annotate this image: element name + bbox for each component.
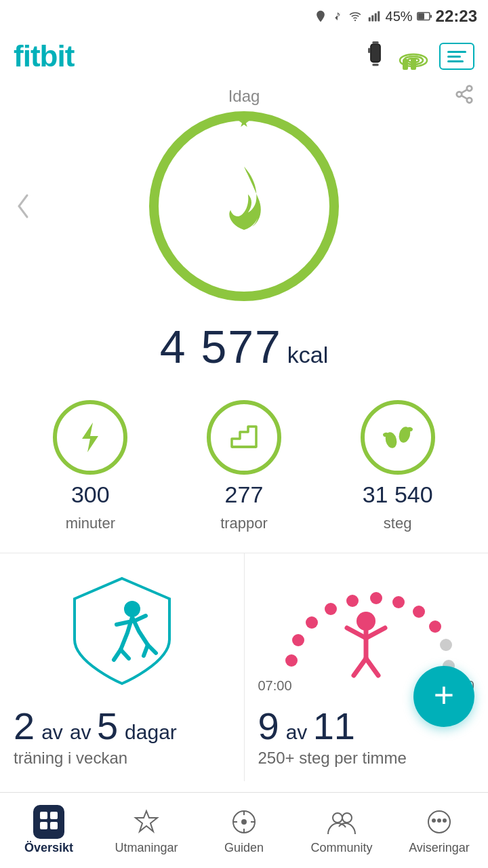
- cards-section: 2 av av 5 dagar träning i veckan: [0, 553, 488, 781]
- star-badge: ★: [238, 114, 250, 130]
- activity-av: av: [286, 721, 313, 743]
- svg-rect-47: [40, 812, 47, 819]
- fitbit-logo: fitbit: [14, 39, 74, 73]
- calorie-circle[interactable]: ★: [149, 111, 339, 301]
- training-suffix: dagar: [125, 721, 177, 743]
- today-row: Idag: [0, 87, 488, 111]
- stat-value-steps: 31 540: [363, 481, 433, 508]
- svg-point-53: [242, 820, 246, 824]
- training-card[interactable]: 2 av av 5 dagar träning i veckan: [0, 553, 245, 781]
- svg-point-19: [467, 86, 472, 92]
- status-bar: 45% 22:23: [0, 0, 488, 33]
- activity-dots-arc: [271, 567, 461, 679]
- svg-point-21: [467, 98, 472, 103]
- location-icon: [314, 9, 327, 23]
- svg-point-29: [124, 601, 140, 617]
- svg-rect-50: [50, 822, 58, 829]
- svg-point-39: [440, 639, 452, 651]
- today-label: Idag: [228, 87, 260, 106]
- wireless-icon[interactable]: [399, 41, 428, 71]
- svg-rect-49: [40, 822, 47, 829]
- training-text: 2 av av 5 dagar träning i veckan: [14, 703, 177, 768]
- guide-icon: [228, 806, 260, 837]
- lightning-icon: [73, 420, 108, 455]
- svg-rect-12: [372, 64, 378, 66]
- stat-active-minutes[interactable]: 300 minuter: [53, 400, 127, 532]
- training-separator: av: [41, 721, 63, 743]
- training-separator-text: av: [70, 721, 97, 743]
- activity-main: 9 av 11: [258, 703, 407, 749]
- svg-marker-24: [82, 422, 98, 452]
- menu-card-icon[interactable]: [439, 43, 474, 70]
- training-sub: träning i veckan: [14, 749, 177, 768]
- bottom-nav: Översikt Utmaningar Guiden: [0, 792, 488, 868]
- header: fitbit: [0, 33, 488, 80]
- stat-value-minutes: 300: [71, 481, 110, 508]
- svg-point-59: [342, 813, 352, 823]
- training-main: 2 av av 5 dagar: [14, 703, 177, 749]
- svg-point-35: [370, 592, 382, 604]
- device-icon[interactable]: [363, 41, 388, 71]
- training-shield: [68, 572, 176, 687]
- nav-item-community[interactable]: Community: [293, 806, 390, 855]
- svg-rect-7: [418, 13, 424, 19]
- fab-button[interactable]: +: [413, 666, 474, 727]
- stat-label-minutes: minuter: [66, 515, 115, 532]
- community-icon: [326, 806, 357, 837]
- svg-rect-18: [411, 58, 416, 70]
- svg-point-20: [457, 92, 462, 97]
- nav-item-challenges[interactable]: Utmaningar: [98, 806, 195, 855]
- svg-rect-10: [371, 45, 380, 62]
- svg-rect-48: [50, 812, 58, 819]
- svg-point-61: [432, 819, 435, 822]
- stairs-icon: [226, 420, 262, 455]
- nav-item-notifications[interactable]: Aviseringar: [390, 806, 488, 855]
- share-button[interactable]: [454, 84, 474, 107]
- footsteps-icon: [378, 420, 418, 455]
- calorie-unit: kcal: [287, 342, 328, 368]
- activity-current: 9: [258, 705, 279, 747]
- svg-point-38: [429, 620, 441, 633]
- calorie-section: ★ 4 577 kcal: [0, 111, 488, 387]
- svg-point-63: [443, 819, 446, 822]
- svg-point-34: [346, 595, 359, 607]
- svg-rect-4: [374, 14, 376, 22]
- training-current: 2: [14, 705, 35, 747]
- activity-total: 11: [313, 705, 355, 747]
- svg-point-30: [285, 654, 298, 667]
- overview-icon: [33, 806, 64, 837]
- status-icons: 45% 22:23: [314, 7, 477, 26]
- svg-line-45: [354, 658, 366, 675]
- svg-point-62: [438, 819, 441, 822]
- time-start: 07:00: [258, 678, 292, 694]
- cards-wrapper: 2 av av 5 dagar träning i veckan: [0, 553, 488, 781]
- calorie-value: 4 577: [160, 320, 282, 373]
- nav-item-overview[interactable]: Översikt: [0, 806, 98, 855]
- stat-floors[interactable]: 277 trappor: [207, 400, 281, 532]
- battery-icon: [417, 11, 432, 22]
- stat-circle-steps: [361, 400, 435, 475]
- svg-rect-8: [430, 15, 431, 18]
- activity-text: 9 av 11 250+ steg per timme: [258, 703, 407, 768]
- svg-point-31: [292, 634, 304, 646]
- svg-rect-5: [378, 12, 380, 22]
- svg-point-32: [306, 616, 318, 629]
- nav-label-overview: Översikt: [24, 841, 73, 855]
- svg-point-41: [357, 612, 375, 631]
- nav-item-guide[interactable]: Guiden: [195, 806, 293, 855]
- wifi-icon: [348, 10, 363, 22]
- svg-point-58: [333, 813, 342, 823]
- nav-label-notifications: Aviseringar: [409, 841, 470, 855]
- prev-button[interactable]: [14, 193, 33, 226]
- svg-line-22: [462, 96, 468, 99]
- training-badge: [14, 572, 230, 687]
- bluetooth-icon: [331, 9, 344, 23]
- stat-circle-floors: [207, 400, 281, 475]
- svg-point-37: [413, 606, 425, 618]
- stat-steps[interactable]: 31 540 steg: [361, 400, 435, 532]
- stat-label-steps: steg: [384, 515, 412, 532]
- svg-rect-13: [372, 41, 378, 43]
- signal-icon: [367, 10, 382, 22]
- svg-rect-3: [371, 16, 373, 22]
- nav-label-community: Community: [310, 841, 372, 855]
